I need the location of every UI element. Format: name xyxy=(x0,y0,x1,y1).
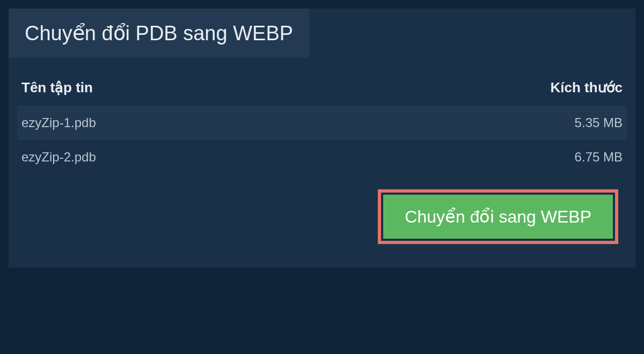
main-panel: Chuyển đổi PDB sang WEBP Tên tập tin Kíc… xyxy=(9,9,635,268)
button-container: Chuyển đổi sang WEBP xyxy=(17,174,627,257)
tab-title: Chuyển đổi PDB sang WEBP xyxy=(25,22,293,45)
tab-converter[interactable]: Chuyển đổi PDB sang WEBP xyxy=(9,9,309,58)
file-size-cell: 6.75 MB xyxy=(575,150,623,165)
column-header-filename: Tên tập tin xyxy=(21,79,93,96)
table-row: ezyZip-2.pdb 6.75 MB xyxy=(17,140,627,174)
file-size-cell: 5.35 MB xyxy=(575,115,623,130)
table-header-row: Tên tập tin Kích thước xyxy=(17,74,627,106)
content-area: Tên tập tin Kích thước ezyZip-1.pdb 5.35… xyxy=(9,58,635,268)
column-header-size: Kích thước xyxy=(550,79,623,96)
file-name-cell: ezyZip-2.pdb xyxy=(21,150,96,165)
file-name-cell: ezyZip-1.pdb xyxy=(21,115,96,130)
convert-button[interactable]: Chuyển đổi sang WEBP xyxy=(383,195,613,239)
convert-button-highlight: Chuyển đổi sang WEBP xyxy=(378,189,618,244)
convert-button-label: Chuyển đổi sang WEBP xyxy=(405,207,591,226)
table-row: ezyZip-1.pdb 5.35 MB xyxy=(17,106,627,140)
